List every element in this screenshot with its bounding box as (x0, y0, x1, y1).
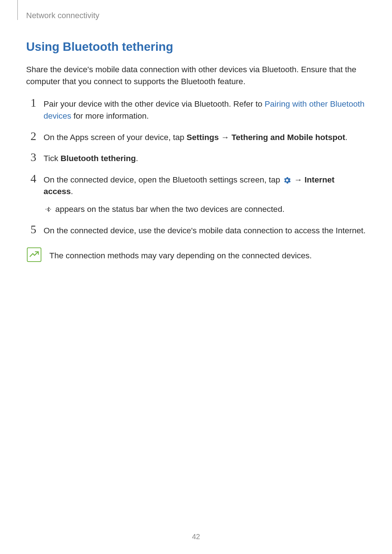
page-content: Network connectivity Using Bluetooth tet… (0, 0, 392, 262)
step-4: 4 On the connected device, open the Blue… (26, 173, 366, 216)
step-body: On the connected device, use the device'… (44, 223, 366, 237)
breadcrumb: Network connectivity (26, 11, 366, 20)
steps-list: 1 Pair your device with the other device… (26, 97, 366, 237)
step-body: Pair your device with the other device v… (44, 97, 366, 122)
ui-label-tethering: Tethering and Mobile hotspot (232, 133, 345, 142)
step-1: 1 Pair your device with the other device… (26, 97, 366, 122)
step-5: 5 On the connected device, use the devic… (26, 223, 366, 237)
note-icon (27, 247, 41, 262)
period: . (345, 133, 347, 142)
arrow-text: → (292, 175, 305, 184)
intro-paragraph: Share the device's mobile data connectio… (26, 64, 366, 87)
ui-label-bluetooth-tethering: Bluetooth tethering (61, 154, 136, 163)
step-3: 3 Tick Bluetooth tethering. (26, 151, 366, 165)
step-text: for more information. (71, 111, 149, 120)
bluetooth-tether-icon (44, 206, 52, 214)
step-number: 1 (26, 97, 36, 122)
step-subtext: appears on the status bar when the two d… (44, 204, 366, 216)
ui-label-settings: Settings (187, 133, 219, 142)
step-2: 2 On the Apps screen of your device, tap… (26, 130, 366, 144)
step-number: 2 (26, 130, 36, 144)
step-text: Pair your device with the other device v… (44, 99, 265, 108)
step-number: 4 (26, 173, 36, 216)
arrow-text: → (219, 133, 232, 142)
section-title: Using Bluetooth tethering (26, 40, 366, 54)
note-text: The connection methods may vary dependin… (49, 247, 366, 262)
step-text: appears on the status bar when the two d… (53, 205, 285, 214)
step-text: On the connected device, open the Blueto… (44, 175, 282, 184)
step-body: On the connected device, open the Blueto… (44, 173, 366, 216)
gear-icon (283, 176, 291, 184)
period: . (71, 187, 73, 196)
page-number: 42 (0, 533, 392, 541)
step-body: On the Apps screen of your device, tap S… (44, 130, 366, 144)
step-number: 5 (26, 223, 36, 237)
step-text: Tick (44, 154, 61, 163)
note-box: The connection methods may vary dependin… (26, 247, 366, 262)
period: . (136, 154, 138, 163)
step-number: 3 (26, 151, 36, 165)
step-body: Tick Bluetooth tethering. (44, 151, 366, 165)
page-side-rule (17, 0, 18, 20)
step-text: On the Apps screen of your device, tap (44, 133, 187, 142)
